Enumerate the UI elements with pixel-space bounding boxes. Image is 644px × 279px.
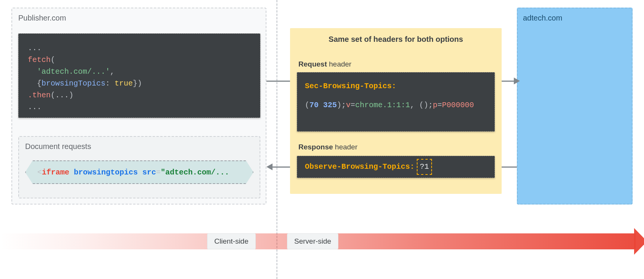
server-side-label: Server-side [287, 233, 338, 249]
lt: < [37, 168, 42, 177]
semi2: ; [428, 101, 433, 109]
headers-title: Same set of headers for both options [290, 35, 502, 44]
arrow-resp-head [266, 163, 273, 170]
topic-70: 70 [309, 101, 319, 109]
publisher-panel: Publisher.com ... fetch( 'adtech.com/...… [11, 8, 266, 204]
semi: ; [341, 101, 346, 109]
chrome-ver: chrome.1:1:1 [355, 101, 410, 109]
v-key: v [346, 101, 351, 109]
doc-requests-panel: Document requests <iframe browsingtopics… [18, 136, 260, 198]
code-fetch: fetch [28, 55, 51, 64]
fetch-code-block: ... fetch( 'adtech.com/...', {browsingTo… [18, 33, 260, 118]
iframe-snippet: <iframe browsingtopics src="adtech.com/.… [25, 160, 253, 184]
request-bold: Request [298, 60, 327, 68]
request-header-label: Request header [298, 60, 351, 68]
colon: : [105, 79, 115, 88]
arrow-resp-left-seg [273, 166, 290, 168]
req-header-name: Sec-Browsing-Topics: [305, 82, 396, 90]
opt-key: browsingTopics [41, 79, 105, 88]
src-val: "adtech.com/... [161, 168, 229, 177]
adtech-panel: adtech.com [517, 8, 633, 204]
arrow-req-left-seg [266, 81, 290, 82]
paren-close: ) [337, 101, 341, 109]
eq2: = [437, 101, 442, 109]
code-url: 'adtech.com/...' [37, 67, 110, 76]
topic-325: 325 [323, 101, 337, 109]
comma: , [110, 67, 115, 76]
opt-val: true [115, 79, 133, 88]
iframe-tag: iframe [42, 168, 69, 177]
publisher-title: Publisher.com [18, 14, 66, 22]
request-header-block: Sec-Browsing-Topics: (70 325);v=chrome.1… [297, 72, 495, 132]
resp-header-value: ?1 [417, 159, 432, 175]
request-rest: header [327, 60, 351, 68]
arrow-req-right-seg [502, 81, 515, 82]
paren-open: ( [305, 101, 309, 109]
arrow-resp-right-seg [502, 166, 517, 168]
response-bold: Response [298, 143, 333, 151]
eq: = [351, 101, 355, 109]
p-val: P000000 [442, 101, 474, 109]
paren-close: ) [137, 79, 142, 88]
paren-open: ( [51, 55, 55, 64]
code-then: .then [28, 91, 51, 100]
then-args: (...) [51, 91, 73, 100]
p-key: p [433, 101, 437, 109]
resp-header-name: Observe-Browsing-Topics: [305, 160, 414, 174]
eq: = [156, 168, 161, 177]
response-header-label: Response header [298, 143, 357, 151]
adtech-title: adtech.com [523, 14, 562, 22]
paren2: () [419, 101, 428, 109]
brace-close: } [133, 79, 137, 88]
sp [319, 101, 323, 109]
comma: , [410, 101, 419, 109]
brace-open: { [37, 79, 41, 88]
src-key: src [142, 168, 156, 177]
code-ellipsis-2: ... [28, 103, 41, 111]
response-rest: header [333, 143, 357, 151]
response-header-block: Observe-Browsing-Topics: ?1 [297, 156, 495, 178]
headers-panel: Same set of headers for both options Req… [290, 28, 502, 194]
code-ellipsis: ... [28, 44, 41, 52]
iframe-attr: browsingtopics [74, 168, 138, 177]
gradient-arrow-head [634, 228, 644, 255]
doc-requests-title: Document requests [25, 142, 91, 151]
arrow-req-head [514, 78, 520, 84]
client-side-label: Client-side [207, 233, 256, 249]
